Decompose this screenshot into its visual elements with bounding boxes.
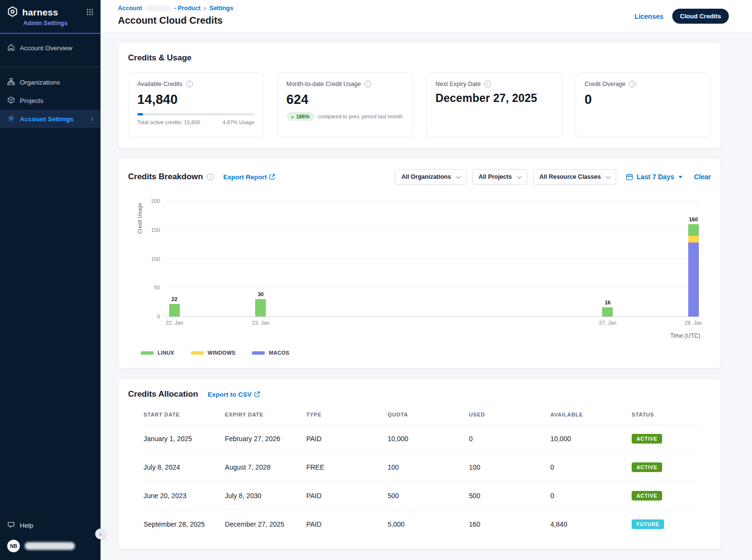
column-header: STATUS [632,412,699,417]
allocation-table-head: START DATEEXPIRY DATETYPEQUOTAUSEDAVAILA… [144,406,699,424]
clear-filters-link[interactable]: Clear [694,173,711,181]
export-report-link[interactable]: Export Report [223,173,275,181]
cloud-credits-button[interactable]: Cloud Credits [672,9,729,24]
credits-allocation-card: Credits Allocation Export to CSV START D… [118,378,721,549]
breadcrumb: Account - Product > Settings [118,5,233,12]
bar-segment-linux [688,224,699,236]
available-credits-label: Available Credits [137,81,183,87]
resource-classes-select-value: All Resource Classes [539,173,601,180]
sidebar-item-account-settings[interactable]: Account Settings › [0,110,101,128]
table-row[interactable]: January 1, 2025February 27, 2026PAID10,0… [144,424,699,453]
bar-total-label: 16 [605,300,610,305]
legend-swatch [252,351,265,355]
table-row[interactable]: July 8, 2024August 7, 2028FREE1001000ACT… [144,453,699,481]
table-cell: 10,000 [550,435,632,443]
sidebar-header: harness Admin Settings [0,0,101,34]
y-tick-label: 100 [151,256,160,262]
table-cell: 5,000 [388,520,469,528]
table-cell-status: ACTIVE [632,462,699,472]
breadcrumb-account[interactable]: Account [118,5,142,12]
date-range-filter[interactable]: Last 7 Days [626,173,682,181]
content: Credits & Usage Available Credits i 14,8… [101,32,752,559]
chart-bar[interactable]: 22 [169,304,180,316]
sidebar-item-label: Projects [20,97,43,104]
module-label: Admin Settings [23,20,94,27]
sidebar-item-organizations[interactable]: Organizations [0,73,101,91]
y-axis-label: Credit Usage [137,203,143,234]
app-grid-icon[interactable] [86,8,94,18]
info-icon[interactable]: i [629,81,636,87]
bar-total-label: 160 [689,216,697,222]
harness-logo-icon[interactable] [7,6,18,19]
chart-xaxis: 22. Jan23. Jan27. Jan28. Jan [165,320,700,328]
next-expiry-value: December 27, 2025 [435,91,553,106]
next-expiry-label: Next Expiry Date [435,81,481,87]
table-cell: December 27, 2025 [225,520,306,528]
legend-item-windows[interactable]: WINDOWS [191,350,236,356]
table-cell: 0 [550,492,632,500]
column-header: EXPIRY DATE [225,412,306,417]
chart-bar[interactable]: 30 [255,299,266,316]
legend-label: WINDOWS [208,350,236,356]
info-icon[interactable]: i [364,81,371,87]
table-cell: 0 [469,435,550,443]
mtd-usage-value: 624 [287,92,404,107]
x-tick-label: 23. Jan [252,320,269,326]
y-tick-label: 150 [151,227,160,233]
sidebar-collapse-button[interactable]: ‹ [95,529,106,539]
export-csv-link[interactable]: Export to CSV [208,391,260,398]
chart-bar[interactable]: 160 [688,224,699,316]
table-cell-status: FUTURE [632,519,699,529]
info-icon[interactable]: i [484,81,491,87]
gridline [165,230,700,230]
chevron-down-icon [606,174,611,179]
status-badge: ACTIVE [632,491,662,501]
breadcrumb-settings[interactable]: Settings [209,5,233,12]
export-csv-label: Export to CSV [208,391,252,398]
projects-select[interactable]: All Projects [472,169,527,185]
chart-bar[interactable]: 16 [602,307,613,316]
help-button[interactable]: Help [0,516,101,535]
sidebar-item-account-overview[interactable]: Account Overview [0,39,101,57]
column-header: QUOTA [388,412,469,417]
table-row[interactable]: June 20, 2023July 8, 2030PAID5005000ACTI… [144,481,699,510]
page-header: Account - Product > Settings Account Clo… [101,0,752,32]
credits-breakdown-chart: Credit Usage 050100150200223016160 22. J… [128,201,711,356]
table-cell: 160 [469,520,550,528]
table-row[interactable]: September 28, 2025December 27, 2025PAID5… [144,510,699,538]
table-cell: FREE [306,463,388,471]
bar-segment-windows [688,236,699,243]
licenses-link[interactable]: Licenses [635,13,664,20]
bar-segment-linux [255,299,266,316]
sidebar-item-projects[interactable]: Projects [0,91,101,110]
allocation-table: START DATEEXPIRY DATETYPEQUOTAUSEDAVAILA… [144,406,699,538]
sidebar: harness Admin Settings Account Overview … [0,0,101,560]
legend-item-macos[interactable]: MACOS [252,350,289,356]
external-link-icon [254,391,260,397]
bar-total-label: 30 [258,291,263,297]
credits-breakdown-card: Credits Breakdown i Export Report All Or… [118,158,721,369]
bar-segment-macos [688,243,699,316]
legend-item-linux[interactable]: LINUX [141,350,174,356]
breadcrumb-product[interactable]: - Product [174,5,201,12]
legend-label: LINUX [158,350,174,356]
credit-overage-value: 0 [585,92,702,107]
table-cell: 100 [469,463,550,471]
y-tick-label: 50 [154,285,160,290]
table-cell: 500 [469,492,550,500]
credits-allocation-title: Credits Allocation [128,389,198,399]
organizations-select[interactable]: All Organizations [395,169,466,185]
table-cell: July 8, 2024 [144,463,225,471]
resource-classes-select[interactable]: All Resource Classes [533,169,616,185]
status-badge: FUTURE [632,519,664,529]
sidebar-item-label: Organizations [20,79,60,86]
info-icon[interactable]: i [207,173,214,180]
export-report-label: Export Report [223,173,267,181]
calendar-icon [626,173,633,181]
info-icon[interactable]: i [186,81,193,87]
sidebar-divider [0,67,101,67]
legend-label: MACOS [269,350,289,356]
avatar[interactable]: NB [7,540,20,552]
user-row[interactable]: NB [0,535,101,560]
chevron-down-icon [456,174,461,179]
